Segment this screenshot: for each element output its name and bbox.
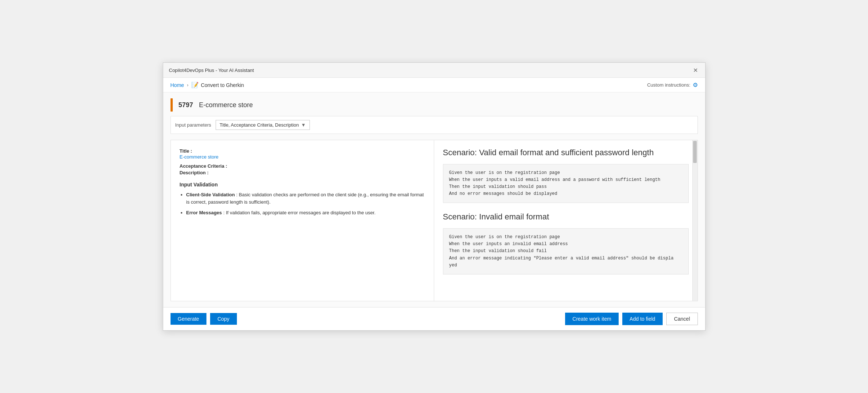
title-field-value: E-commerce store xyxy=(180,154,425,160)
breadcrumb: Home › 📝 Convert to Gherkin xyxy=(171,81,244,88)
custom-instructions: Custom instructions: ⚙ xyxy=(647,81,698,88)
orange-bar xyxy=(171,98,173,112)
acceptance-field-label: Acceptance Criteria : xyxy=(180,163,227,169)
close-button[interactable]: ✕ xyxy=(692,66,699,74)
home-link[interactable]: Home xyxy=(171,82,184,88)
work-item-title: E-commerce store xyxy=(199,101,253,109)
right-panel: Scenario: Valid email format and suffici… xyxy=(434,140,697,301)
add-to-field-button[interactable]: Add to field xyxy=(622,313,663,325)
create-work-item-button[interactable]: Create work item xyxy=(565,313,619,325)
current-page-label: 📝 Convert to Gherkin xyxy=(191,81,244,88)
scenario-2-title: Scenario: Invalid email format xyxy=(443,212,689,222)
main-panels: Title : E-commerce store Acceptance Crit… xyxy=(171,140,698,301)
scrollbar-thumb xyxy=(693,141,697,163)
description-field: Description : xyxy=(180,169,425,176)
select-value: Title, Acceptance Criteria, Description xyxy=(220,122,299,128)
nav-bar: Home › 📝 Convert to Gherkin Custom instr… xyxy=(163,78,705,92)
generate-button[interactable]: Generate xyxy=(171,313,206,325)
bullet-1-bold: Client-Side Validation xyxy=(186,192,235,197)
title-bar: Copilot4DevOps Plus - Your AI Assistant … xyxy=(163,63,705,78)
bullet-2-bold: Error Messages xyxy=(186,210,222,215)
settings-icon[interactable]: ⚙ xyxy=(693,81,698,88)
bullet-2-text: : If validation fails, appropriate error… xyxy=(223,210,376,215)
footer-right: Create work item Add to field Cancel xyxy=(565,313,697,325)
custom-instructions-label: Custom instructions: xyxy=(647,82,691,88)
window-title: Copilot4DevOps Plus - Your AI Assistant xyxy=(169,68,254,73)
input-params-select[interactable]: Title, Acceptance Criteria, Description … xyxy=(216,120,310,130)
footer-left: Generate Copy xyxy=(171,313,237,325)
bullet-list: Client-Side Validation : Basic validatio… xyxy=(180,191,425,216)
scenario-1-title: Scenario: Valid email format and suffici… xyxy=(443,148,689,158)
work-item-header: 5797 E-commerce store xyxy=(171,98,698,112)
list-item: Error Messages : If validation fails, ap… xyxy=(186,209,425,216)
page-icon: 📝 xyxy=(191,81,199,88)
chevron-down-icon: ▼ xyxy=(301,122,306,128)
footer-bar: Generate Copy Create work item Add to fi… xyxy=(163,307,705,330)
section-title: Input Validation xyxy=(180,182,425,188)
content-area: 5797 E-commerce store Input parameters T… xyxy=(163,92,705,307)
work-item-id: 5797 xyxy=(179,101,193,109)
title-field-label: Title : xyxy=(180,148,192,154)
title-field: Title : E-commerce store xyxy=(180,148,425,160)
page-title: Convert to Gherkin xyxy=(201,82,244,88)
list-item: Client-Side Validation : Basic validatio… xyxy=(186,191,425,205)
copy-button[interactable]: Copy xyxy=(210,313,237,325)
acceptance-field: Acceptance Criteria : xyxy=(180,163,425,169)
description-field-label: Description : xyxy=(180,170,209,175)
input-params-row: Input parameters Title, Acceptance Crite… xyxy=(171,116,698,134)
left-panel: Title : E-commerce store Acceptance Crit… xyxy=(171,140,434,301)
breadcrumb-separator: › xyxy=(187,83,188,88)
main-window: Copilot4DevOps Plus - Your AI Assistant … xyxy=(163,62,706,331)
cancel-button[interactable]: Cancel xyxy=(666,313,698,325)
scenario-2-code: Given the user is on the registration pa… xyxy=(443,228,689,274)
scenario-1-code: Given the user is on the registration pa… xyxy=(443,164,689,203)
scrollbar-track[interactable] xyxy=(692,140,697,301)
input-params-label: Input parameters xyxy=(175,122,211,128)
